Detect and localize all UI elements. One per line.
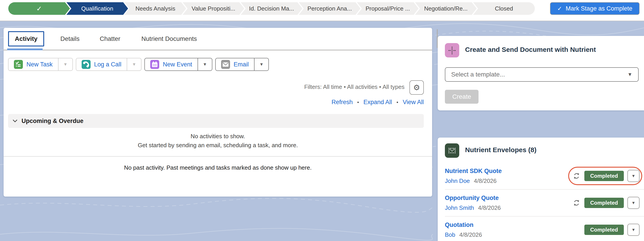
calendar-icon xyxy=(150,60,159,69)
nutrient-envelope-icon xyxy=(445,143,459,158)
envelope-controls: Completed ▼ xyxy=(572,170,640,182)
path-stage-perception-analysis[interactable]: Perception Ana... xyxy=(299,2,360,15)
path-stage-id-decision-makers[interactable]: Id. Decision Ma... xyxy=(240,2,302,15)
envelope-actions-dropdown-button[interactable]: ▼ xyxy=(628,224,640,236)
create-send-document-card: Create and Send Document with Nutrient S… xyxy=(438,36,644,110)
check-icon: ✓ xyxy=(557,5,562,12)
view-all-link[interactable]: View All xyxy=(403,99,424,106)
envelope-row: Quotation Bob 4/8/2026 Completed ▼ xyxy=(445,216,644,241)
gear-icon: ⚙ xyxy=(413,83,420,92)
bullet-separator: • xyxy=(357,99,359,105)
mark-stage-as-complete-button[interactable]: ✓ Mark Stage as Complete xyxy=(550,2,640,15)
envelope-icon xyxy=(221,60,230,69)
envelope-date: 4/8/2026 xyxy=(474,177,496,184)
log-a-call-button[interactable]: Log a Call xyxy=(76,58,127,71)
template-select[interactable]: Select a template... ▼ xyxy=(445,67,638,82)
filters-summary: Filters: All time • All activities • All… xyxy=(304,84,404,90)
caret-down-icon: ▼ xyxy=(260,62,264,67)
nutrient-envelopes-card: Nutrient Envelopes (8) Nutrient SDK Quot… xyxy=(438,138,644,241)
status-badge: Completed xyxy=(584,225,624,235)
log-a-call-button-group: Log a Call ▼ xyxy=(76,58,142,71)
envelope-name-link[interactable]: Opportunity Quote xyxy=(445,194,501,201)
path-stage-proposal-price[interactable]: Proposal/Price ... xyxy=(357,2,419,15)
envelope-owner-link[interactable]: John Smith xyxy=(445,204,474,211)
envelope-owner-link[interactable]: Bob xyxy=(445,231,455,238)
email-button-group: Email ▼ xyxy=(215,58,269,71)
envelope-actions-dropdown-button[interactable]: ▼ xyxy=(628,197,640,209)
path-stage-completed[interactable]: ✓ xyxy=(8,2,70,15)
tab-chatter[interactable]: Chatter xyxy=(100,35,120,42)
tab-details[interactable]: Details xyxy=(60,35,80,42)
upcoming-overdue-section-header[interactable]: Upcoming & Overdue xyxy=(8,114,424,128)
path-stage-negotiation-review[interactable]: Negotiation/Re... xyxy=(415,2,477,15)
activity-action-links: Refresh • Expand All • View All xyxy=(332,99,424,106)
nutrient-envelopes-title: Nutrient Envelopes (8) xyxy=(465,146,536,154)
email-label: Email xyxy=(234,61,249,68)
envelope-controls: Completed ▼ xyxy=(584,224,640,236)
new-task-button[interactable]: New Task xyxy=(8,58,58,71)
envelope-name-link[interactable]: Nutrient SDK Quote xyxy=(445,168,502,175)
bullet-separator: • xyxy=(396,99,398,105)
envelope-owner-link[interactable]: John Doe xyxy=(445,177,470,184)
tab-activity[interactable]: Activity xyxy=(8,31,44,47)
refresh-icon[interactable] xyxy=(572,172,581,180)
create-button[interactable]: Create xyxy=(445,90,478,104)
new-event-dropdown-button[interactable]: ▼ xyxy=(198,58,212,71)
refresh-icon[interactable] xyxy=(572,199,581,207)
status-badge: Completed xyxy=(584,198,624,208)
new-event-button[interactable]: New Event xyxy=(145,58,198,71)
phone-icon xyxy=(82,60,90,69)
caret-down-icon: ▼ xyxy=(632,174,636,178)
mark-stage-as-complete-label: Mark Stage as Complete xyxy=(566,5,632,12)
envelope-actions-dropdown-button[interactable]: ▼ xyxy=(628,170,640,182)
expand-all-link[interactable]: Expand All xyxy=(364,99,392,106)
caret-down-icon: ▼ xyxy=(132,62,136,67)
log-a-call-dropdown-button[interactable]: ▼ xyxy=(127,58,141,71)
caret-down-icon: ▼ xyxy=(632,201,636,205)
new-task-label: New Task xyxy=(26,61,53,68)
active-tab-underline xyxy=(7,49,42,50)
log-a-call-label: Log a Call xyxy=(94,61,122,68)
tab-nutrient-documents[interactable]: Nutrient Documents xyxy=(142,35,197,42)
no-activities-text: No activities to show. xyxy=(4,133,432,140)
caret-down-icon: ▼ xyxy=(628,72,632,77)
envelope-date: 4/8/2026 xyxy=(459,231,482,238)
nutrient-plus-icon xyxy=(445,43,459,58)
envelope-row: Nutrient SDK Quote John Doe 4/8/2026 Com… xyxy=(445,163,644,190)
no-past-activity-text: No past activity. Past meetings and task… xyxy=(4,164,432,171)
status-badge: Completed xyxy=(584,171,624,181)
envelope-name-link[interactable]: Quotation xyxy=(445,221,482,228)
path-stage-closed[interactable]: Closed xyxy=(473,2,535,15)
envelope-info: Nutrient SDK Quote John Doe 4/8/2026 xyxy=(445,168,502,184)
refresh-link[interactable]: Refresh xyxy=(332,99,353,106)
chevron-down-icon xyxy=(12,119,18,123)
email-button[interactable]: Email xyxy=(216,58,254,71)
get-started-text: Get started by sending an email, schedul… xyxy=(4,142,432,149)
tab-bar: Activity Details Chatter Nutrient Docume… xyxy=(4,28,432,50)
envelope-row: Opportunity Quote John Smith 4/8/2026 Co… xyxy=(445,190,644,216)
path-stage-qualification[interactable]: Qualification xyxy=(66,2,128,15)
new-event-label: New Event xyxy=(163,61,192,68)
new-event-button-group: New Event ▼ xyxy=(144,58,212,71)
new-task-dropdown-button[interactable]: ▼ xyxy=(58,58,72,71)
caret-down-icon: ▼ xyxy=(63,62,68,67)
email-dropdown-button[interactable]: ▼ xyxy=(254,58,268,71)
template-select-value: Select a template... xyxy=(451,71,505,78)
filter-settings-button[interactable]: ⚙ xyxy=(410,80,424,95)
sidebar-scrollbar-thumb[interactable] xyxy=(437,29,438,48)
create-send-document-title: Create and Send Document with Nutrient xyxy=(465,46,596,53)
caret-down-icon: ▼ xyxy=(632,227,636,232)
upcoming-overdue-title: Upcoming & Overdue xyxy=(22,118,84,125)
envelope-info: Opportunity Quote John Smith 4/8/2026 xyxy=(445,194,501,211)
envelope-date: 4/8/2026 xyxy=(478,204,501,211)
path-stage-value-proposition[interactable]: Value Propositi... xyxy=(182,2,244,15)
caret-down-icon: ▼ xyxy=(203,62,207,67)
activity-panel-card: Activity Details Chatter Nutrient Docume… xyxy=(4,28,432,196)
path-stage-needs-analysis[interactable]: Needs Analysis xyxy=(124,2,186,15)
opportunity-path-bar: ✓ Qualification Needs Analysis Value Pro… xyxy=(0,0,644,21)
task-icon xyxy=(14,60,23,69)
sales-path: ✓ Qualification Needs Analysis Value Pro… xyxy=(8,2,535,15)
activity-divider xyxy=(4,156,432,157)
envelope-controls: Completed ▼ xyxy=(572,197,640,209)
check-icon: ✓ xyxy=(36,5,42,13)
